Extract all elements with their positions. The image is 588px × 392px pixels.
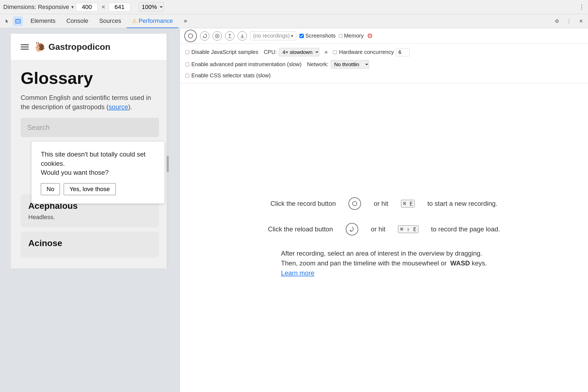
disable-js-samples-checkbox[interactable] xyxy=(185,50,189,54)
record-instruction-block: Click the record button or hit ⌘ E to st… xyxy=(271,197,498,210)
reload-instruction-block: Click the reload button or hit ⌘ ⇧ E to … xyxy=(268,223,500,235)
width-input[interactable] xyxy=(76,3,98,11)
network-group: Network: No throttlin No throttling Fast… xyxy=(307,60,369,69)
reload-instruction-text: Click the reload button xyxy=(268,225,333,233)
reload-suffix-text: to record the page load. xyxy=(431,225,500,233)
hardware-concurrency-checkbox[interactable] xyxy=(333,50,337,54)
site-logo: 🐌 Gastropodicon xyxy=(34,41,111,52)
warn-icon: ⚠ xyxy=(132,18,137,24)
devtools-toolbar: Dimensions: Responsive ▾ ✕ 100% 75% 50% … xyxy=(0,0,588,14)
cookie-buttons: No Yes, love those xyxy=(41,183,155,195)
tabs-right-controls: ⚙ ⋮ ✕ xyxy=(552,16,586,26)
download-button[interactable] xyxy=(238,31,247,41)
cookie-no-button[interactable]: No xyxy=(41,183,60,195)
devtools-panel: (no recordings) ▾ Screenshots Memory ⚙ D xyxy=(180,28,588,392)
search-box[interactable]: Search xyxy=(21,118,159,137)
wasd-key-text: WASD xyxy=(450,259,470,267)
cookie-text: This site doesn't but totally could set … xyxy=(41,150,155,177)
dimensions-label: Dimensions: Responsive xyxy=(3,4,69,11)
reload-key-badge: ⌘ ⇧ E xyxy=(398,225,418,233)
after-recording-block: After recording, select an area of inter… xyxy=(281,249,487,278)
hamburger-menu[interactable] xyxy=(21,44,29,50)
reload-or-text: or hit xyxy=(371,225,385,233)
card-desc: Headless. xyxy=(28,214,151,221)
perf-instructions-area: Click the record button or hit ⌘ E to st… xyxy=(180,83,588,392)
record-suffix-text: to start a new recording. xyxy=(427,200,497,207)
settings-icon-btn[interactable]: ⚙ xyxy=(552,16,562,26)
record-inner-circle-icon xyxy=(352,201,357,206)
devtools-close-btn[interactable]: ✕ xyxy=(576,16,586,26)
reload-record-button[interactable] xyxy=(200,31,209,41)
cookie-yes-button[interactable]: Yes, love those xyxy=(64,183,115,195)
no-recordings-label: (no recordings) xyxy=(253,33,290,39)
device-icon-btn[interactable] xyxy=(13,16,23,26)
record-key-badge: ⌘ E xyxy=(401,200,415,207)
tab-elements[interactable]: Elements xyxy=(25,14,61,28)
scrollbar-thumb[interactable] xyxy=(167,156,169,172)
screenshots-checkbox-label[interactable]: Screenshots xyxy=(299,33,336,39)
cursor-icon-btn[interactable] xyxy=(2,16,12,26)
dimensions-arrow[interactable]: ▾ xyxy=(71,4,74,10)
tab-console[interactable]: Console xyxy=(61,14,94,28)
zoom-select[interactable]: 100% 75% 50% xyxy=(139,2,164,11)
glossary-desc: Common English and scientific terms used… xyxy=(21,93,159,111)
toolbar-left: Dimensions: Responsive ▾ ✕ 100% 75% 50% xyxy=(3,2,164,11)
toolbar-more-icon[interactable]: ⋮ xyxy=(579,4,585,11)
throttle-info-dot xyxy=(325,51,327,54)
enable-css-selector-checkbox[interactable] xyxy=(185,74,189,78)
record-or-text: or hit xyxy=(374,200,388,207)
cookie-banner: This site doesn't but totally could set … xyxy=(31,141,165,204)
cpu-group: CPU: 4× slowdown No throttling 6× slowdo… xyxy=(264,48,320,56)
after-line2-text: Then, zoom and pan the timeline with the… xyxy=(281,258,487,268)
learn-more-link[interactable]: Learn more xyxy=(281,269,314,277)
settings-row-2: Enable advanced paint instrumentation (s… xyxy=(185,60,583,69)
reload-icon-inline xyxy=(346,223,358,235)
tab-sources[interactable]: Sources xyxy=(94,14,127,28)
learn-more-paragraph: Learn more xyxy=(281,268,487,278)
card-title: Acinose xyxy=(28,238,151,248)
recordings-dropdown[interactable]: (no recordings) ▾ xyxy=(250,31,296,40)
memory-checkbox[interactable] xyxy=(339,34,342,38)
record-instruction-text-before: Click the record button xyxy=(271,200,336,207)
devtools-dots-btn[interactable]: ⋮ xyxy=(564,16,574,26)
capture-settings-button[interactable]: ⚙ xyxy=(367,32,373,40)
tab-performance[interactable]: ⚠ Performance xyxy=(127,14,178,28)
close-dimensions-icon[interactable]: ✕ xyxy=(100,4,106,10)
source-link[interactable]: source xyxy=(109,103,128,111)
list-item: Acinose xyxy=(21,232,159,258)
settings-row-3: Enable CSS selector stats (slow) xyxy=(185,72,583,79)
perf-toolbar: (no recordings) ▾ Screenshots Memory ⚙ xyxy=(180,28,588,44)
snail-icon: 🐌 xyxy=(34,41,46,52)
site-header: 🐌 Gastropodicon xyxy=(11,34,169,60)
after-line1-text: After recording, select an area of inter… xyxy=(281,249,487,258)
main-area: 🐌 Gastropodicon Glossary Common English … xyxy=(0,28,588,392)
site-content: Glossary Common English and scientific t… xyxy=(11,60,169,145)
disable-js-samples-label[interactable]: Disable JavaScript samples xyxy=(185,49,258,55)
tab-more[interactable]: » xyxy=(178,14,192,28)
network-select[interactable]: No throttlin No throttling Fast 3G xyxy=(331,60,369,69)
record-button[interactable] xyxy=(184,30,197,42)
perf-settings: Disable JavaScript samples CPU: 4× slowd… xyxy=(180,44,588,83)
height-input[interactable] xyxy=(109,3,130,11)
enable-advanced-paint-label[interactable]: Enable advanced paint instrumentation (s… xyxy=(185,61,302,68)
glossary-title: Glossary xyxy=(21,68,159,88)
enable-advanced-paint-checkbox[interactable] xyxy=(185,63,189,66)
svg-rect-1 xyxy=(17,20,19,22)
browser-frame: 🐌 Gastropodicon Glossary Common English … xyxy=(11,34,169,268)
record-dot-icon xyxy=(188,33,193,38)
tab-icons-left xyxy=(2,16,23,26)
memory-checkbox-label[interactable]: Memory xyxy=(339,33,364,39)
stop-button[interactable] xyxy=(213,31,222,41)
screenshots-checkbox[interactable] xyxy=(299,34,304,38)
devtools-tabs-bar: Elements Console Sources ⚠ Performance »… xyxy=(0,14,588,28)
upload-button[interactable] xyxy=(225,31,234,41)
settings-row-1: Disable JavaScript samples CPU: 4× slowd… xyxy=(185,48,583,56)
enable-css-selector-label[interactable]: Enable CSS selector stats (slow) xyxy=(185,72,271,79)
recordings-arrow-icon: ▾ xyxy=(291,33,293,38)
hardware-concurrency-input[interactable] xyxy=(396,48,410,56)
record-icon-inline xyxy=(348,197,361,210)
scrollbar[interactable] xyxy=(167,34,169,268)
browser-panel: 🐌 Gastropodicon Glossary Common English … xyxy=(0,28,180,392)
hardware-concurrency-label[interactable]: Hardware concurrency xyxy=(333,48,409,56)
cpu-select[interactable]: 4× slowdown No throttling 6× slowdown xyxy=(279,48,319,56)
